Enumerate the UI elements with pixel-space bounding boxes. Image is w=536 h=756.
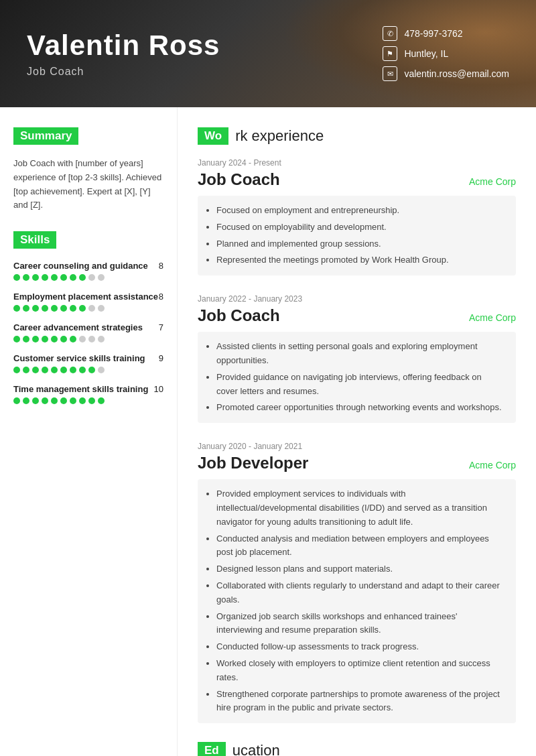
bullet-item: Promoted career opportunities through ne…: [216, 401, 505, 415]
filled-dot: [79, 367, 86, 373]
skill-header: Career advancement strategies7: [13, 322, 163, 332]
filled-dot: [51, 274, 58, 281]
header-left: Valentin Ross Job Coach: [27, 29, 383, 78]
bullet-item: Designed lesson plans and support materi…: [216, 562, 505, 576]
skill-score: 8: [159, 292, 163, 302]
empty-dot: [98, 336, 105, 342]
skill-dots: [13, 274, 163, 281]
filled-dot: [51, 305, 58, 312]
email-icon: ✉: [383, 66, 397, 81]
filled-dot: [32, 367, 39, 373]
job-title-row: Job CoachAcme Corp: [198, 306, 516, 325]
filled-dot: [23, 336, 29, 342]
skill-dots: [13, 367, 163, 373]
job-company: Acme Corp: [469, 460, 516, 470]
filled-dot: [79, 274, 86, 281]
job-date: January 2024 - Present: [198, 158, 516, 168]
empty-dot: [98, 305, 105, 312]
bullet-item: Planned and implemented group sessions.: [216, 237, 505, 251]
right-column: Wo rk experience January 2024 - PresentJ…: [178, 107, 536, 756]
filled-dot: [23, 274, 29, 281]
left-column: Summary Job Coach with [number of years]…: [0, 107, 178, 756]
skill-dots: [13, 336, 163, 342]
bullet-item: Collaborated with clients regularly to u…: [216, 579, 505, 607]
location-contact: ⚑ Huntley, IL: [383, 46, 509, 61]
bullet-item: Focused on employment and entrepreneursh…: [216, 204, 505, 218]
skills-section: Skills Career counseling and guidance8Em…: [13, 231, 163, 404]
filled-dot: [42, 367, 48, 373]
skill-score: 8: [159, 261, 163, 271]
filled-dot: [51, 367, 58, 373]
resume-header: Valentin Ross Job Coach ✆ 478-997-3762 ⚑…: [0, 0, 536, 107]
job-entry: January 2024 - PresentJob CoachAcme Corp…: [198, 158, 516, 275]
job-entry: January 2022 - January 2023Job CoachAcme…: [198, 294, 516, 423]
filled-dot: [32, 274, 39, 281]
work-experience-section: Wo rk experience January 2024 - PresentJ…: [198, 127, 516, 723]
job-title: Job Coach: [198, 170, 280, 189]
skill-name: Customer service skills training: [13, 353, 145, 363]
empty-dot: [79, 336, 86, 342]
bullet-item: Provided guidance on navigating job inte…: [216, 371, 505, 399]
filled-dot: [42, 274, 48, 281]
email-contact: ✉ valentin.ross@email.com: [383, 66, 509, 81]
filled-dot: [42, 397, 48, 404]
filled-dot: [13, 367, 20, 373]
skill-name: Time management skills training: [13, 384, 148, 394]
filled-dot: [88, 397, 95, 404]
filled-dot: [42, 305, 48, 312]
skill-header: Career counseling and guidance8: [13, 261, 163, 271]
jobs-list: January 2024 - PresentJob CoachAcme Corp…: [198, 158, 516, 723]
job-title: Job Developer: [198, 454, 308, 472]
empty-dot: [88, 274, 95, 281]
summary-text: Job Coach with [number of years] experie…: [13, 157, 163, 212]
skill-name: Career advancement strategies: [13, 322, 143, 332]
phone-number: 478-997-3762: [404, 28, 462, 39]
filled-dot: [88, 367, 95, 373]
filled-dot: [70, 336, 76, 342]
skill-header: Customer service skills training9: [13, 353, 163, 363]
job-entry: January 2020 - January 2021Job Developer…: [198, 442, 516, 723]
header-content: Valentin Ross Job Coach ✆ 478-997-3762 ⚑…: [0, 13, 536, 94]
empty-dot: [98, 274, 105, 281]
bullet-item: Focused on employability and development…: [216, 220, 505, 235]
job-title-row: Job CoachAcme Corp: [198, 170, 516, 189]
filled-dot: [32, 336, 39, 342]
filled-dot: [13, 305, 20, 312]
bullet-item: Provided employment services to individu…: [216, 487, 505, 529]
skill-score: 9: [159, 353, 163, 363]
skill-name: Career counseling and guidance: [13, 261, 148, 271]
job-company: Acme Corp: [469, 176, 516, 187]
skill-name: Employment placement assistance: [13, 292, 158, 302]
skill-item: Career counseling and guidance8: [13, 261, 163, 281]
filled-dot: [23, 305, 29, 312]
skill-score: 10: [154, 384, 163, 394]
filled-dot: [98, 397, 105, 404]
filled-dot: [13, 274, 20, 281]
filled-dot: [79, 397, 86, 404]
filled-dot: [32, 397, 39, 404]
bullet-item: Organized job search skills workshops an…: [216, 610, 505, 638]
job-bullets: Assisted clients in setting personal goa…: [198, 332, 516, 423]
empty-dot: [88, 336, 95, 342]
bullet-item: Represented the meetings promoted by Wor…: [216, 253, 505, 267]
main-body: Summary Job Coach with [number of years]…: [0, 107, 536, 756]
skill-header: Time management skills training10: [13, 384, 163, 394]
filled-dot: [60, 367, 67, 373]
phone-icon: ✆: [383, 26, 397, 41]
summary-section: Summary Job Coach with [number of years]…: [13, 127, 163, 212]
job-bullets: Provided employment services to individu…: [198, 479, 516, 723]
skills-list: Career counseling and guidance8Employmen…: [13, 261, 163, 404]
skill-item: Time management skills training10: [13, 384, 163, 404]
candidate-title: Job Coach: [27, 66, 383, 78]
header-contact: ✆ 478-997-3762 ⚑ Huntley, IL ✉ valentin.…: [383, 26, 509, 81]
filled-dot: [70, 367, 76, 373]
filled-dot: [60, 274, 67, 281]
candidate-name: Valentin Ross: [27, 29, 383, 62]
skill-item: Employment placement assistance8: [13, 292, 163, 312]
education-section: Ed ucation August 2019 - May 2023Job Coa…: [198, 742, 516, 756]
phone-contact: ✆ 478-997-3762: [383, 26, 509, 41]
filled-dot: [70, 274, 76, 281]
bullet-item: Strengthened corporate partnerships to p…: [216, 688, 505, 716]
skill-item: Career advancement strategies7: [13, 322, 163, 342]
filled-dot: [60, 397, 67, 404]
